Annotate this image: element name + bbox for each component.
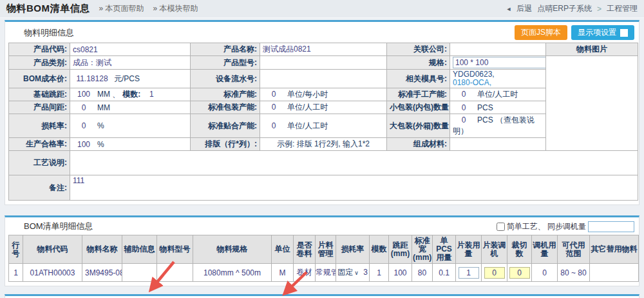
top-bar: 物料BOM清单信息 » 本页面帮助 » 本模块帮助 ◄ 后退 点晴ERP子系统 … — [0, 0, 644, 18]
remark-value: 111 — [70, 175, 638, 201]
product-category-label: 产品类别: — [9, 56, 70, 70]
base-pitch-value: 100 — [73, 90, 95, 99]
bom-cell-sheetusage — [456, 264, 482, 282]
bom-cost-label: BOM成本价: — [9, 70, 70, 88]
cut-count-input[interactable] — [509, 267, 530, 279]
bom-header-code: 物料代码 — [23, 235, 82, 264]
sheet-usage-input[interactable] — [459, 267, 479, 279]
product-model-label: 产品型号: — [191, 56, 260, 70]
back-icon: ◄ — [506, 6, 511, 12]
bom-header-sheetusage: 片装用量 — [456, 235, 482, 264]
bom-header-modulus: 模数 — [370, 235, 389, 264]
simple-craft-checkbox[interactable] — [497, 223, 505, 231]
std-capacity-value: 0 — [263, 90, 285, 99]
std-capacity-unit: 单位/每小时 — [287, 90, 328, 99]
bom-table: 行号 物料代码 物料名称 辅助信息 物料型号 物料规格 单位 是否卷料 片料管理… — [8, 235, 639, 282]
loss-type-select[interactable]: 固定∨ — [337, 268, 359, 277]
base-pitch-label: 基础跳距: — [9, 88, 70, 101]
page-js-button[interactable]: 页面JS脚本 — [515, 25, 567, 40]
page-help-link[interactable]: » 本页面帮助 — [99, 3, 144, 14]
bom-cell-name: 3M9495-082 — [82, 264, 122, 282]
bom-cell-unit: M — [272, 264, 294, 282]
bom-header-lineno: 行号 — [9, 235, 23, 264]
product-code-label: 产品代码: — [9, 43, 70, 56]
layout-hint: 示例: 排版 1行2列, 输入1*2 — [260, 138, 387, 151]
remark-label: 备注: — [9, 175, 70, 201]
bom-header-name: 物料名称 — [82, 235, 122, 264]
inner-pack-value: 0 — [453, 103, 475, 112]
bom-cell-substitute: 80 ~ 80 — [558, 264, 590, 282]
bom-cell-lossrate: 固定∨ 3 — [336, 264, 370, 282]
bom-cell-stdwidth: 80 — [412, 264, 433, 282]
page-title: 物料BOM清单信息 — [6, 3, 90, 15]
related-mold-label: 相关模具号: — [387, 70, 450, 88]
bom-list-panel: BOM清单明细信息 简单工艺、 同步调机量 行号 物料代码 物料名称 辅助信息 … — [5, 215, 639, 286]
bom-cell-isroll: 卷材 — [294, 264, 316, 282]
modulus-value: 1 — [140, 90, 162, 99]
bom-header-sheettuning: 片装调机 — [482, 235, 507, 264]
display-settings-toggle[interactable] — [620, 29, 628, 37]
inner-pack-label: 小包装(内包)数量: — [387, 101, 450, 114]
device-serial-value — [260, 70, 387, 88]
bom-cell-spec: 1080mm ^ 500m — [193, 264, 272, 282]
bom-cost-unit: 元/PCS — [114, 74, 140, 83]
modulus-label: 模数: — [122, 90, 140, 99]
materials-value — [450, 138, 638, 151]
bom-cell-code: 01ATH00003 — [23, 264, 82, 282]
craft-note-label: 工艺说明: — [9, 151, 70, 175]
bom-cell-cutcount — [507, 264, 532, 282]
breadcrumb-system[interactable]: 点晴ERP子系统 — [537, 3, 592, 14]
bom-cell-tuningusage: 0 — [532, 264, 558, 282]
pack-capacity-value: 0 — [263, 103, 285, 112]
material-detail-panel: 物料明细信息 页面JS脚本 显示项设置 产品代码: cs0821 产品名称: 测… — [5, 20, 639, 205]
bom-cell-sheetmgmt: 常规管理 — [316, 264, 336, 282]
sheet-tuning-input[interactable] — [484, 267, 505, 279]
materials-label: 组成材料: — [387, 138, 450, 151]
bom-cell-model — [157, 264, 193, 282]
pass-rate-value: 100 — [73, 140, 95, 149]
bom-cell-sheettuning — [482, 264, 507, 282]
bom-cell-othermat — [590, 264, 639, 282]
bom-header-lossrate: 损耗率 — [336, 235, 370, 264]
manual-capacity-label: 标准手工产能: — [387, 88, 450, 101]
loss-rate-unit: % — [97, 121, 104, 130]
laminate-capacity-value: 0 — [263, 121, 285, 130]
bom-header-unit: 单位 — [272, 235, 294, 264]
bom-header-sheetmgmt: 片料管理 — [316, 235, 336, 264]
layout-label: 排版（行*列）: — [191, 138, 260, 151]
product-category-value: 成品：测试 — [70, 56, 191, 70]
bom-cell-pitch: 100 — [389, 264, 412, 282]
back-link[interactable]: 后退 — [516, 3, 532, 14]
bom-header-perpcs: 单PCS用量 — [433, 235, 456, 264]
manual-capacity-unit: 单位/人工时 — [477, 90, 518, 99]
breadcrumb-module[interactable]: 工程管理 — [607, 3, 638, 14]
material-detail-title: 物料明细信息 — [24, 27, 74, 39]
outer-pack-value: 0 — [453, 115, 475, 124]
display-settings-button[interactable]: 显示项设置 — [571, 25, 634, 40]
product-name-label: 产品名称: — [191, 43, 260, 56]
material-detail-form: 产品代码: cs0821 产品名称: 测试成品0821 关联公司: 物料图片 产… — [8, 43, 638, 201]
product-name-value: 测试成品0821 — [260, 43, 387, 56]
loss-rate-value: 0 — [73, 121, 95, 130]
inner-pack-unit: PCS — [477, 103, 493, 112]
sync-tuning-input[interactable] — [588, 221, 634, 232]
module-help-link[interactable]: » 本模块帮助 — [153, 3, 198, 14]
spec-label: 规格: — [387, 56, 450, 70]
pass-rate-unit: % — [97, 140, 104, 149]
laminate-capacity-unit: 单位/人工时 — [287, 121, 328, 130]
bom-list-title: BOM清单明细信息 — [24, 221, 93, 232]
spec-input[interactable] — [453, 57, 546, 68]
bom-cell-lineno: 1 — [9, 264, 23, 282]
laminate-capacity-label: 标准贴合产能: — [191, 114, 260, 138]
simple-craft-label: 简单工艺、 同步调机量 — [507, 221, 586, 232]
mold-link-1[interactable]: YDGD0623, — [453, 70, 495, 79]
bom-header-pitch: 跳距(mm) — [389, 235, 412, 264]
outer-pack-unit: PCS — [477, 115, 493, 124]
display-settings-label: 显示项设置 — [578, 27, 616, 38]
bom-cost-value: 11.18128 — [73, 74, 111, 83]
mold-link-2[interactable]: 0180-OCA, — [453, 78, 491, 87]
bom-header-stdwidth: 标准宽(mm) — [412, 235, 433, 264]
std-capacity-label: 标准产能: — [191, 88, 260, 101]
bom-cell-modulus: 1 — [370, 264, 389, 282]
bom-cell-perpcs: 0.1 — [433, 264, 456, 282]
